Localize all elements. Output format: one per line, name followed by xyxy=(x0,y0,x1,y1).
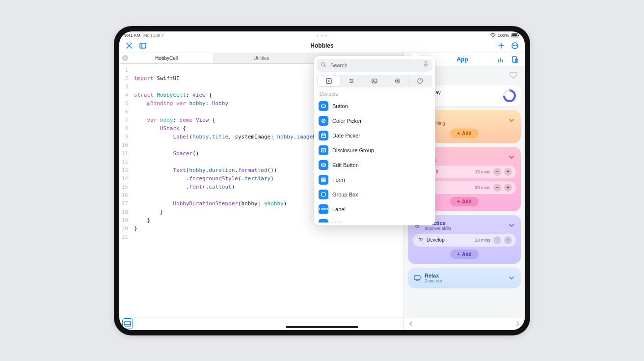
svg-rect-45 xyxy=(322,193,325,196)
card-title: te xyxy=(425,115,504,121)
library-segmented[interactable] xyxy=(317,75,432,87)
svg-point-20 xyxy=(328,80,329,82)
status-bar: 9:41 AM Mon Jun 7 • • • 100% xyxy=(119,31,525,39)
svg-rect-3 xyxy=(518,34,519,36)
minus-button[interactable]: − xyxy=(493,168,501,176)
control-item-button[interactable]: Button xyxy=(317,99,432,113)
chevron-down-icon[interactable] xyxy=(507,153,516,162)
svg-point-8 xyxy=(514,45,515,46)
swift-icon xyxy=(418,237,424,244)
chevron-down-icon[interactable] xyxy=(507,116,516,125)
date-icon xyxy=(319,131,328,140)
control-item-edit-button[interactable]: Edit Button xyxy=(317,158,432,172)
svg-rect-35 xyxy=(322,134,326,138)
preview-title[interactable]: App xyxy=(429,56,495,63)
battery-pct: 100% xyxy=(498,33,509,38)
search-input[interactable] xyxy=(329,62,420,69)
card-subtitle: utside xyxy=(425,158,504,163)
minus-button[interactable]: − xyxy=(493,184,501,192)
editor-footer xyxy=(119,317,403,330)
control-item-date-picker[interactable]: Date Picker xyxy=(317,128,432,143)
control-item-label[interactable]: LabelLabel xyxy=(317,202,432,217)
group-icon xyxy=(319,190,328,199)
plus-button[interactable]: + xyxy=(504,236,512,244)
minus-button[interactable]: − xyxy=(493,236,501,244)
tab-label: Utilities xyxy=(253,56,269,61)
control-item-label: Form xyxy=(332,177,345,183)
chevron-down-icon[interactable] xyxy=(507,221,516,230)
metrics-button[interactable] xyxy=(495,54,507,65)
add-button[interactable] xyxy=(495,40,507,52)
console-button[interactable] xyxy=(122,318,133,329)
home-indicator[interactable] xyxy=(286,326,358,328)
sidebar-toggle-button[interactable] xyxy=(137,40,149,52)
preview-footer xyxy=(404,318,525,330)
control-item-label: Group Box xyxy=(332,192,358,197)
control-item-label: Label xyxy=(332,206,346,212)
disclosure-icon xyxy=(319,145,328,155)
row-duration: 15 mins xyxy=(475,169,490,174)
control-item-color-picker[interactable]: Color Picker xyxy=(317,113,432,128)
svg-point-31 xyxy=(420,79,421,80)
screen: 9:41 AM Mon Jun 7 • • • 100% Hobbies xyxy=(119,31,525,330)
search-icon xyxy=(321,61,326,70)
plus-button[interactable]: + xyxy=(504,184,512,192)
card-title: Relax xyxy=(425,273,504,278)
control-item-disclosure-group[interactable]: Disclosure Group xyxy=(317,143,432,158)
control-item-group-box[interactable]: Group Box xyxy=(317,187,432,202)
control-item-label: Disclosure Group xyxy=(332,147,374,153)
tv-icon xyxy=(413,274,422,282)
seg-modifiers[interactable] xyxy=(340,76,363,86)
close-icon[interactable] xyxy=(122,55,128,61)
main-toolbar: Hobbies xyxy=(119,39,525,53)
add-button[interactable]: +Add xyxy=(450,129,478,138)
hobby-row[interactable]: Develop 30 mins − + xyxy=(413,234,516,247)
multitask-pill-icon[interactable]: • • • xyxy=(317,33,327,38)
more-button[interactable] xyxy=(509,40,521,52)
svg-point-30 xyxy=(419,80,420,81)
edit-icon xyxy=(319,160,328,170)
button-icon xyxy=(319,101,328,111)
link-icon xyxy=(319,219,328,222)
tab-hobbycell[interactable]: HobbyCell xyxy=(119,53,214,63)
row-duration: 30 mins xyxy=(475,238,490,243)
next-page-button[interactable] xyxy=(515,320,521,329)
prev-page-button[interactable] xyxy=(408,320,414,329)
control-item-label: Date Picker xyxy=(332,133,360,139)
seg-symbols[interactable] xyxy=(386,76,409,86)
device-button[interactable] xyxy=(509,54,521,65)
library-popover: Controls ButtonColor PickerDate PickerDi… xyxy=(314,56,435,225)
mic-icon[interactable] xyxy=(423,61,429,70)
card-subtitle: Improve skills xyxy=(425,226,504,231)
svg-rect-33 xyxy=(322,105,326,107)
search-field[interactable] xyxy=(317,59,432,72)
tab-utilities[interactable]: Utilities xyxy=(214,53,309,63)
svg-point-24 xyxy=(350,79,351,80)
control-item-label: Color Picker xyxy=(332,118,362,124)
form-icon xyxy=(319,175,328,185)
wifi-icon xyxy=(490,33,496,38)
svg-line-17 xyxy=(324,65,326,67)
progress-ring xyxy=(503,89,516,102)
favorite-icon[interactable] xyxy=(509,71,518,82)
card-subtitle: Zone out xyxy=(425,278,504,283)
control-item-form[interactable]: Form xyxy=(317,172,432,187)
card-title: Practice xyxy=(425,220,504,226)
add-button[interactable]: +Add xyxy=(450,197,478,206)
tab-label: HobbyCell xyxy=(155,56,178,61)
seg-colors[interactable] xyxy=(408,76,431,86)
close-button[interactable] xyxy=(123,40,135,52)
svg-rect-18 xyxy=(425,61,427,64)
color-icon xyxy=(319,116,328,126)
status-time: 9:41 AM xyxy=(124,33,140,38)
plus-button[interactable]: + xyxy=(504,168,512,176)
svg-rect-4 xyxy=(140,43,146,48)
svg-point-25 xyxy=(352,80,353,81)
control-item-link[interactable]: Link xyxy=(317,217,432,222)
seg-media[interactable] xyxy=(363,76,386,86)
seg-views[interactable] xyxy=(318,76,340,86)
add-button[interactable]: +Add xyxy=(450,250,478,259)
card-relax[interactable]: RelaxZone out xyxy=(408,268,521,288)
chevron-down-icon[interactable] xyxy=(507,274,516,282)
svg-rect-14 xyxy=(414,276,420,279)
